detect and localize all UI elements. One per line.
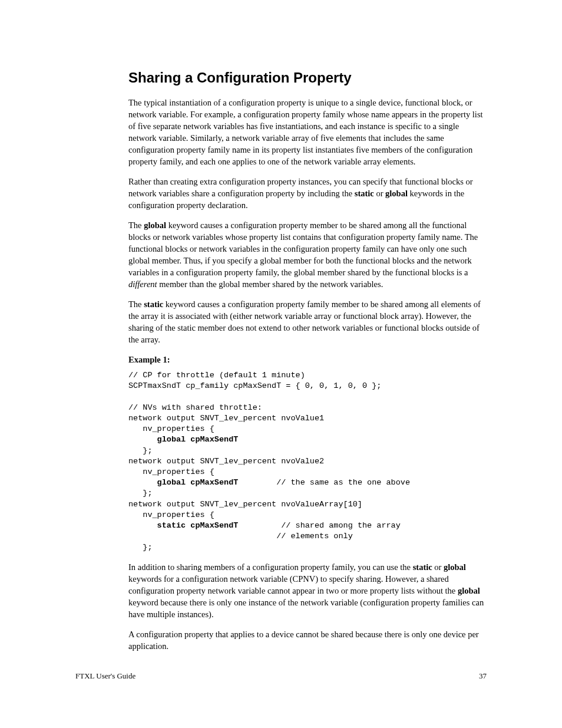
code-comment: // shared among the array	[238, 521, 400, 530]
code-line: };	[128, 446, 153, 455]
example-label-text: Example 1	[128, 355, 167, 364]
code-line: network output SNVT_lev_percent nvoValue…	[128, 414, 324, 423]
keyword: static	[144, 299, 163, 309]
keyword: global	[458, 586, 480, 595]
example-label: Example 1:	[128, 354, 488, 365]
emphasis: different	[128, 279, 157, 289]
code-indent	[128, 435, 157, 444]
code-line: network output SNVT_lev_percent nvoValue…	[128, 500, 362, 509]
code-line: // elements only	[128, 532, 353, 541]
code-line: // NVs with shared throttle:	[128, 403, 262, 412]
text-run: The	[128, 220, 144, 230]
code-line: nv_properties {	[128, 467, 214, 476]
body-paragraph: A configuration property that applies to…	[128, 628, 488, 652]
keyword: global	[385, 189, 408, 198]
code-indent	[128, 521, 157, 530]
code-line: // CP for throttle (default 1 minute)	[128, 371, 305, 380]
body-paragraph: Rather than creating extra configuration…	[128, 176, 488, 211]
keyword: static	[355, 189, 374, 198]
body-paragraph: The typical instantiation of a configura…	[128, 97, 488, 167]
code-indent	[128, 478, 157, 487]
code-keyword: global cpMaxSendT	[157, 435, 239, 444]
text-run: In addition to sharing members of a conf…	[128, 562, 413, 572]
text-run: or	[432, 562, 444, 572]
text-run: keyword causes a configuration property …	[128, 220, 478, 277]
body-paragraph: In addition to sharing members of a conf…	[128, 561, 488, 620]
text-run: member than the global member shared by …	[157, 279, 384, 289]
page-content: Sharing a Configuration Property The typ…	[0, 0, 562, 652]
text-run: keyword causes a configuration property …	[128, 299, 481, 344]
footer-doc-title: FTXL User's Guide	[75, 671, 135, 681]
text-run: keyword because there is only one instan…	[128, 598, 484, 619]
text-run: or	[374, 189, 385, 198]
code-block: // CP for throttle (default 1 minute) SC…	[128, 370, 488, 553]
code-line: SCPTmaxSndT cp_family cpMaxSendT = { 0, …	[128, 381, 381, 390]
code-comment: // the same as the one above	[238, 478, 410, 487]
text-run: The	[128, 299, 144, 309]
body-paragraph: The global keyword causes a configuratio…	[128, 219, 488, 290]
body-paragraph: The static keyword causes a configuratio…	[128, 298, 488, 345]
code-keyword: global cpMaxSendT	[157, 478, 239, 487]
code-line: };	[128, 543, 153, 552]
code-line: network output SNVT_lev_percent nvoValue…	[128, 457, 324, 466]
code-line: };	[128, 489, 153, 498]
footer-page-number: 37	[479, 671, 487, 681]
code-line: nv_properties {	[128, 424, 214, 433]
code-keyword: static cpMaxSendT	[157, 521, 239, 530]
text-run: keywords for a configuration network var…	[128, 574, 458, 595]
keyword: static	[413, 562, 432, 572]
code-line: nv_properties {	[128, 510, 214, 519]
keyword: global	[444, 562, 466, 572]
section-heading: Sharing a Configuration Property	[128, 70, 488, 86]
keyword: global	[144, 220, 166, 230]
page-footer: FTXL User's Guide 37	[75, 671, 487, 681]
